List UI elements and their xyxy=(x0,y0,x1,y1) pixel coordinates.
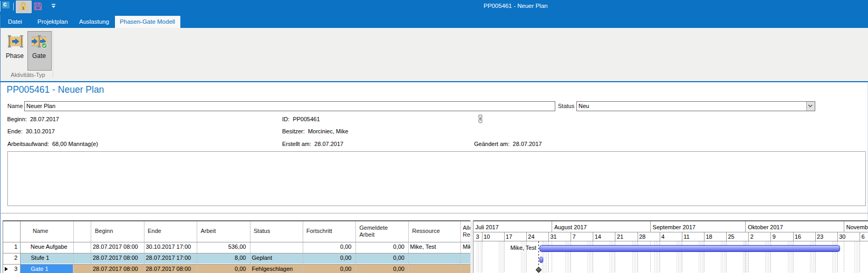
svg-text:1: 1 xyxy=(22,6,25,11)
